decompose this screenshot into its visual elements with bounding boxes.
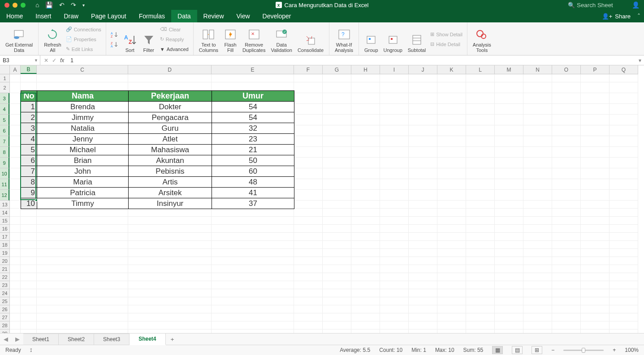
- undo-icon[interactable]: ↶: [59, 1, 65, 9]
- table-cell[interactable]: 8: [21, 177, 37, 188]
- table-cell[interactable]: 60: [212, 166, 294, 177]
- row-header-10[interactable]: 10: [0, 168, 9, 179]
- sheet-tab-sheet4[interactable]: Sheet4: [130, 334, 165, 345]
- row-header-27[interactable]: 27: [0, 313, 9, 321]
- table-row[interactable]: 1BrendaDokter54: [21, 102, 294, 112]
- table-row[interactable]: 8MariaArtis48: [21, 177, 294, 188]
- table-cell[interactable]: John: [37, 166, 129, 177]
- table-cell[interactable]: Jimmy: [37, 112, 129, 123]
- sort-button[interactable]: AZ Sort: [122, 25, 138, 54]
- table-cell[interactable]: 54: [212, 102, 294, 112]
- table-header[interactable]: Pekerjaan: [129, 91, 212, 102]
- row-header-8[interactable]: 8: [0, 147, 9, 158]
- row-header-28[interactable]: 28: [0, 321, 9, 329]
- clear-filter-button[interactable]: ⌫Clear: [160, 25, 189, 34]
- advanced-filter-button[interactable]: ▼Advanced: [160, 45, 189, 54]
- redo-icon[interactable]: ↷: [71, 1, 76, 9]
- analysis-tools-button[interactable]: AnalysisTools: [472, 25, 492, 54]
- hide-detail-button[interactable]: ⊟Hide Detail: [430, 40, 462, 49]
- spreadsheet-grid[interactable]: ABCDEFGHIJKLMNOPQ 1234567891011121314151…: [0, 65, 644, 333]
- show-detail-button[interactable]: ⊞Show Detail: [430, 30, 462, 39]
- table-cell[interactable]: Mahasiswa: [129, 145, 212, 155]
- col-header-H[interactable]: H: [351, 65, 380, 74]
- row-header-15[interactable]: 15: [0, 217, 9, 225]
- view-normal-button[interactable]: ▦: [492, 346, 503, 354]
- row-header-29[interactable]: 29: [0, 329, 9, 333]
- edit-links-button[interactable]: ✎Edit Links: [66, 45, 101, 54]
- col-header-J[interactable]: J: [409, 65, 437, 74]
- table-row[interactable]: 6BrianAkuntan50: [21, 155, 294, 166]
- table-cell[interactable]: Insinyur: [129, 198, 212, 209]
- row-header-1[interactable]: 1: [0, 74, 9, 82]
- table-cell[interactable]: 9: [21, 188, 37, 198]
- col-header-K[interactable]: K: [437, 65, 466, 74]
- table-cell[interactable]: Michael: [37, 145, 129, 155]
- table-header[interactable]: No: [21, 91, 37, 102]
- table-cell[interactable]: 23: [212, 134, 294, 145]
- tab-formulas[interactable]: Formulas: [133, 10, 171, 22]
- minimize-window-button[interactable]: [13, 3, 17, 8]
- row-header-4[interactable]: 4: [0, 104, 9, 115]
- table-row[interactable]: 4JennyAtlet23: [21, 134, 294, 145]
- home-icon[interactable]: ⌂: [35, 1, 39, 9]
- subtotal-button[interactable]: Subtotal: [407, 25, 427, 54]
- col-header-O[interactable]: O: [552, 65, 581, 74]
- col-header-M[interactable]: M: [495, 65, 523, 74]
- expand-formula-bar-icon[interactable]: ▾: [636, 57, 644, 64]
- row-header-17[interactable]: 17: [0, 233, 9, 241]
- sheet-nav-next[interactable]: ▶: [12, 334, 23, 345]
- zoom-slider-handle[interactable]: [582, 348, 585, 353]
- zoom-window-button[interactable]: [21, 3, 26, 8]
- row-header-14[interactable]: 14: [0, 209, 9, 217]
- table-cell[interactable]: 6: [21, 155, 37, 166]
- col-header-N[interactable]: N: [523, 65, 552, 74]
- col-header-Q[interactable]: Q: [609, 65, 638, 74]
- col-header-L[interactable]: L: [466, 65, 495, 74]
- col-header-I[interactable]: I: [380, 65, 409, 74]
- table-cell[interactable]: Guru: [129, 123, 212, 134]
- accept-formula-icon[interactable]: ✓: [52, 57, 56, 64]
- table-cell[interactable]: Timmy: [37, 198, 129, 209]
- col-header-G[interactable]: G: [323, 65, 351, 74]
- view-page-break-button[interactable]: ⊞: [532, 346, 542, 354]
- close-window-button[interactable]: [4, 3, 9, 8]
- zoom-out-button[interactable]: −: [551, 347, 554, 353]
- view-page-layout-button[interactable]: ▤: [512, 346, 523, 354]
- col-header-D[interactable]: D: [128, 65, 212, 74]
- search-sheet[interactable]: 🔍: [568, 2, 626, 9]
- table-cell[interactable]: 50: [212, 155, 294, 166]
- col-header-B[interactable]: B: [21, 65, 37, 74]
- table-cell[interactable]: Maria: [37, 177, 129, 188]
- table-header[interactable]: Umur: [212, 91, 294, 102]
- group-button[interactable]: Group: [363, 25, 379, 54]
- cancel-formula-icon[interactable]: ✕: [44, 57, 48, 64]
- reapply-button[interactable]: ↻Reapply: [160, 35, 189, 44]
- row-header-19[interactable]: 19: [0, 249, 9, 257]
- table-cell[interactable]: 48: [212, 177, 294, 188]
- table-cell[interactable]: Brian: [37, 155, 129, 166]
- table-cell[interactable]: Dokter: [129, 102, 212, 112]
- sheet-tab-sheet1[interactable]: Sheet1: [23, 334, 59, 345]
- table-row[interactable]: 2JimmyPengacara54: [21, 112, 294, 123]
- table-cell[interactable]: Atlet: [129, 134, 212, 145]
- get-external-data-button[interactable]: Get ExternalData: [4, 25, 34, 54]
- tab-data[interactable]: Data: [171, 10, 197, 22]
- table-cell[interactable]: 1: [21, 102, 37, 112]
- remove-duplicates-button[interactable]: ✕RemoveDuplicates: [242, 25, 266, 54]
- row-header-23[interactable]: 23: [0, 281, 9, 289]
- col-header-C[interactable]: C: [37, 65, 128, 74]
- namebox-dropdown-icon[interactable]: ▼: [34, 58, 38, 63]
- table-cell[interactable]: Pebisnis: [129, 166, 212, 177]
- properties-button[interactable]: 📄Properties: [66, 35, 101, 44]
- table-header[interactable]: Nama: [37, 91, 129, 102]
- row-header-20[interactable]: 20: [0, 257, 9, 265]
- col-header-P[interactable]: P: [581, 65, 609, 74]
- tab-page-layout[interactable]: Page Layout: [85, 10, 133, 22]
- collapse-ribbon-icon[interactable]: ˄: [637, 10, 640, 22]
- table-cell[interactable]: 7: [21, 166, 37, 177]
- filter-button[interactable]: Filter: [141, 25, 156, 54]
- table-cell[interactable]: Akuntan: [129, 155, 212, 166]
- table-cell[interactable]: 54: [212, 112, 294, 123]
- select-all-corner[interactable]: [0, 65, 10, 74]
- row-header-16[interactable]: 16: [0, 225, 9, 233]
